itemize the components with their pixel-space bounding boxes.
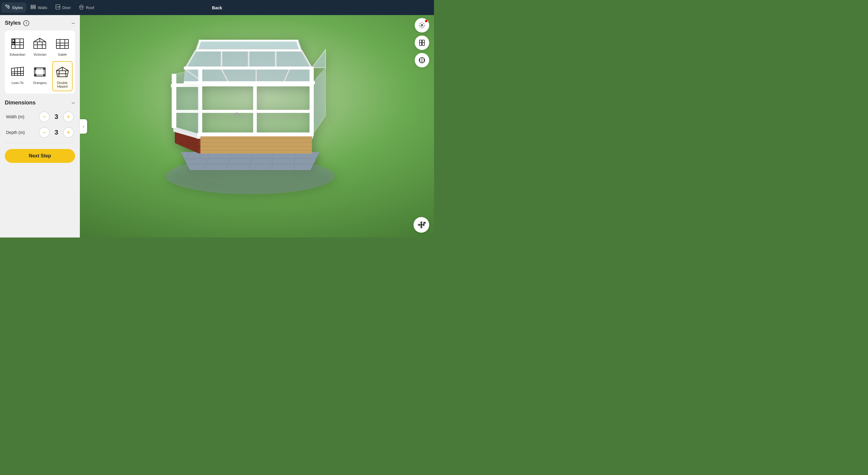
svg-line-22: [40, 38, 46, 42]
style-card-victorian[interactable]: Victorian: [30, 33, 50, 59]
svg-marker-141: [423, 224, 424, 226]
edwardian-icon: [10, 36, 25, 51]
svg-point-129: [421, 24, 423, 26]
collapse-arrow-icon: ‹: [83, 124, 84, 129]
roof-nav-icon: [79, 4, 84, 11]
left-panel: Styles i − Edwardian: [0, 15, 80, 238]
depth-row: Depth (m) − 3 +: [5, 127, 75, 138]
styles-title-group: Styles i: [5, 20, 29, 26]
dimensions-section-header: Dimensions −: [5, 100, 75, 106]
svg-line-46: [56, 67, 62, 71]
depth-decrease-btn[interactable]: −: [39, 127, 50, 138]
gable-icon: [55, 36, 70, 51]
walls-nav-icon: [30, 4, 36, 11]
svg-point-142: [421, 224, 422, 226]
back-button[interactable]: Back: [205, 3, 229, 13]
styles-info-badge[interactable]: i: [23, 20, 29, 26]
svg-marker-101: [312, 50, 326, 68]
svg-rect-1: [31, 7, 36, 7]
svg-marker-100: [312, 68, 326, 135]
svg-marker-138: [421, 222, 422, 223]
svg-rect-106: [198, 110, 314, 113]
style-card-orangery[interactable]: Orangery: [30, 61, 50, 91]
width-controls: − 3 +: [39, 111, 74, 122]
svg-rect-104: [253, 83, 257, 135]
svg-text:AR: AR: [424, 222, 426, 224]
svg-rect-24: [56, 39, 68, 48]
lean-to-icon: [10, 65, 25, 79]
depth-value: 3: [53, 129, 59, 136]
svg-rect-119: [184, 67, 313, 70]
double-hipped-icon: [55, 65, 70, 79]
depth-controls: − 3 +: [39, 127, 74, 138]
width-decrease-btn[interactable]: −: [39, 111, 50, 122]
styles-nav-icon: [5, 4, 10, 11]
navigate-control[interactable]: AR: [413, 217, 429, 233]
tab-door-label: Door: [62, 5, 71, 10]
door-view-icon: [418, 39, 425, 46]
styles-grid: Edwardian Victorian: [5, 30, 75, 94]
orangery-icon: [33, 65, 47, 79]
tab-roof[interactable]: Roof: [75, 2, 98, 13]
svg-marker-139: [421, 227, 422, 228]
dimensions-title: Dimensions: [5, 100, 36, 106]
svg-rect-124: [197, 133, 314, 136]
svg-rect-6: [80, 7, 83, 9]
lean-to-label: Lean-To: [11, 81, 24, 84]
svg-marker-50: [181, 152, 319, 170]
svg-point-5: [59, 7, 59, 7]
svg-rect-0: [31, 5, 36, 6]
double-hipped-label: Double Hipped: [55, 81, 70, 88]
panel-collapse-arrow[interactable]: ‹: [80, 119, 87, 134]
svg-line-47: [62, 67, 68, 71]
svg-marker-140: [418, 224, 420, 226]
svg-rect-9: [11, 39, 24, 48]
styles-collapse-btn[interactable]: −: [71, 20, 75, 26]
edwardian-label: Edwardian: [10, 53, 25, 56]
width-label: Width (m): [6, 114, 24, 119]
tab-door[interactable]: Door: [52, 2, 74, 13]
svg-marker-88: [200, 135, 312, 154]
svg-marker-125: [196, 41, 301, 49]
settings-icon: [418, 22, 425, 29]
svg-marker-111: [172, 110, 199, 113]
tab-walls-label: Walls: [38, 5, 47, 10]
victorian-label: Victorian: [33, 53, 46, 56]
width-increase-btn[interactable]: +: [63, 111, 74, 122]
tab-styles-label: Styles: [12, 5, 23, 10]
tab-walls[interactable]: Walls: [27, 2, 51, 13]
next-step-button[interactable]: Next Step: [5, 149, 75, 163]
svg-rect-123: [236, 112, 238, 116]
svg-line-44: [59, 71, 59, 77]
svg-line-21: [34, 38, 40, 42]
divider: [5, 143, 75, 143]
svg-marker-109: [172, 74, 176, 128]
depth-label: Depth (m): [6, 130, 25, 135]
style-card-gable[interactable]: Gable: [52, 33, 73, 59]
style-card-lean-to[interactable]: Lean-To: [7, 61, 28, 91]
dimensions-collapse-btn[interactable]: −: [71, 100, 75, 106]
settings-button[interactable]: [415, 18, 429, 33]
camera-orbit-button[interactable]: [415, 53, 429, 67]
navigate-icon: AR: [417, 220, 426, 229]
tab-styles[interactable]: Styles: [1, 2, 26, 13]
door-view-button[interactable]: [415, 36, 429, 50]
victorian-icon: [33, 36, 47, 51]
svg-rect-36: [36, 69, 44, 75]
width-row: Width (m) − 3 +: [5, 111, 75, 122]
door-nav-icon: [55, 4, 61, 11]
style-card-double-hipped[interactable]: Double Hipped: [52, 61, 73, 91]
svg-rect-103: [310, 68, 314, 135]
svg-line-45: [65, 71, 66, 77]
gable-label: Gable: [58, 53, 67, 56]
tab-roof-label: Roof: [86, 5, 94, 10]
depth-increase-btn[interactable]: +: [63, 127, 74, 138]
style-card-edwardian[interactable]: Edwardian: [7, 33, 28, 59]
svg-rect-14: [13, 39, 14, 42]
svg-rect-120: [184, 81, 315, 84]
conservatory-svg: [145, 26, 355, 200]
styles-title: Styles: [5, 20, 21, 26]
svg-rect-15: [13, 43, 14, 44]
camera-orbit-icon: [418, 57, 425, 64]
conservatory-viewport: [84, 6, 416, 219]
